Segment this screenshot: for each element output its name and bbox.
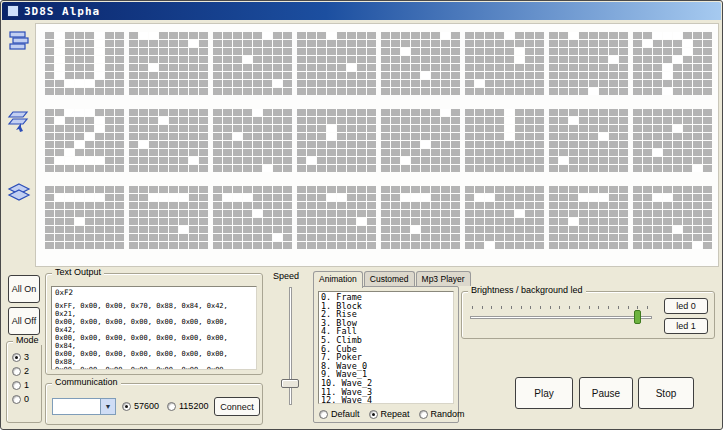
led-cell[interactable] — [633, 72, 642, 79]
led-cell[interactable] — [703, 186, 712, 193]
led-cell[interactable] — [253, 226, 262, 233]
led-cell[interactable] — [199, 56, 208, 63]
led-cell[interactable] — [495, 234, 504, 241]
led-cell[interactable] — [451, 202, 460, 209]
led-cell[interactable] — [599, 165, 608, 172]
led-cell[interactable] — [549, 141, 558, 148]
led-cell[interactable] — [441, 141, 450, 148]
led-cell[interactable] — [149, 48, 158, 55]
led-cell[interactable] — [535, 165, 544, 172]
led-cell[interactable] — [115, 56, 124, 63]
led-cell[interactable] — [579, 218, 588, 225]
led-cell[interactable] — [337, 80, 346, 87]
led-cell[interactable] — [411, 234, 420, 241]
led-cell[interactable] — [149, 117, 158, 124]
led-cell[interactable] — [579, 109, 588, 116]
led-cell[interactable] — [95, 210, 104, 217]
led-cell[interactable] — [451, 80, 460, 87]
led-cell[interactable] — [169, 218, 178, 225]
led-cell[interactable] — [75, 202, 84, 209]
led-cell[interactable] — [273, 88, 282, 95]
led-cell[interactable] — [465, 109, 474, 116]
led-cell[interactable] — [485, 202, 494, 209]
led-cell[interactable] — [337, 133, 346, 140]
led-cell[interactable] — [381, 242, 390, 249]
led-cell[interactable] — [189, 80, 198, 87]
led-cell[interactable] — [579, 186, 588, 193]
led-cell[interactable] — [179, 218, 188, 225]
tab-customed[interactable]: Customed — [364, 271, 415, 286]
led-cell[interactable] — [579, 194, 588, 201]
led-cell[interactable] — [633, 186, 642, 193]
led-cell[interactable] — [411, 88, 420, 95]
led-cell[interactable] — [367, 141, 376, 148]
led-cell[interactable] — [213, 218, 222, 225]
led-cell[interactable] — [139, 56, 148, 63]
led-cell[interactable] — [535, 234, 544, 241]
led-cell[interactable] — [643, 234, 652, 241]
led-cell[interactable] — [465, 117, 474, 124]
led-cell[interactable] — [653, 157, 662, 164]
led-cell[interactable] — [569, 157, 578, 164]
led-cell[interactable] — [653, 234, 662, 241]
led-cell[interactable] — [337, 234, 346, 241]
led-cell[interactable] — [411, 40, 420, 47]
led-cell[interactable] — [317, 186, 326, 193]
led-cell[interactable] — [579, 40, 588, 47]
led-cell[interactable] — [357, 226, 366, 233]
led-cell[interactable] — [199, 133, 208, 140]
led-cell[interactable] — [169, 242, 178, 249]
led-cell[interactable] — [297, 226, 306, 233]
led-cell[interactable] — [179, 125, 188, 132]
led-cell[interactable] — [233, 149, 242, 156]
led-cell[interactable] — [327, 210, 336, 217]
led-cell[interactable] — [367, 88, 376, 95]
led-cell[interactable] — [75, 226, 84, 233]
led-cell[interactable] — [263, 40, 272, 47]
led-cell[interactable] — [421, 133, 430, 140]
led-cell[interactable] — [589, 117, 598, 124]
led-cell[interactable] — [599, 210, 608, 217]
led-cell[interactable] — [243, 72, 252, 79]
led-cell[interactable] — [357, 157, 366, 164]
led-cell[interactable] — [559, 141, 568, 148]
led-cell[interactable] — [297, 125, 306, 132]
led-cell[interactable] — [347, 141, 356, 148]
led-cell[interactable] — [65, 149, 74, 156]
led-cell[interactable] — [273, 48, 282, 55]
led-cell[interactable] — [327, 242, 336, 249]
led-cell[interactable] — [515, 64, 524, 71]
led-cell[interactable] — [495, 242, 504, 249]
led-cell[interactable] — [253, 64, 262, 71]
led-cell[interactable] — [283, 218, 292, 225]
led-cell[interactable] — [475, 32, 484, 39]
led-cell[interactable] — [307, 210, 316, 217]
led-cell[interactable] — [327, 40, 336, 47]
led-cell[interactable] — [263, 56, 272, 63]
led-cell[interactable] — [317, 133, 326, 140]
led-cell[interactable] — [317, 80, 326, 87]
led-cell[interactable] — [693, 218, 702, 225]
led-cell[interactable] — [327, 234, 336, 241]
led-cell[interactable] — [199, 234, 208, 241]
led-cell[interactable] — [441, 202, 450, 209]
led-cell[interactable] — [559, 48, 568, 55]
led-cell[interactable] — [609, 141, 618, 148]
led-cell[interactable] — [673, 242, 682, 249]
led-cell[interactable] — [525, 109, 534, 116]
led-cell[interactable] — [233, 186, 242, 193]
led-cell[interactable] — [391, 88, 400, 95]
led-cell[interactable] — [495, 165, 504, 172]
led-cell[interactable] — [129, 80, 138, 87]
led-cell[interactable] — [495, 226, 504, 233]
led-cell[interactable] — [367, 109, 376, 116]
led-cell[interactable] — [431, 141, 440, 148]
led-cell[interactable] — [189, 72, 198, 79]
led-cell[interactable] — [263, 88, 272, 95]
led-cell[interactable] — [317, 88, 326, 95]
led-cell[interactable] — [213, 165, 222, 172]
led-cell[interactable] — [169, 226, 178, 233]
led-cell[interactable] — [485, 40, 494, 47]
all-on-button[interactable]: All On — [8, 275, 40, 303]
led-cell[interactable] — [579, 133, 588, 140]
